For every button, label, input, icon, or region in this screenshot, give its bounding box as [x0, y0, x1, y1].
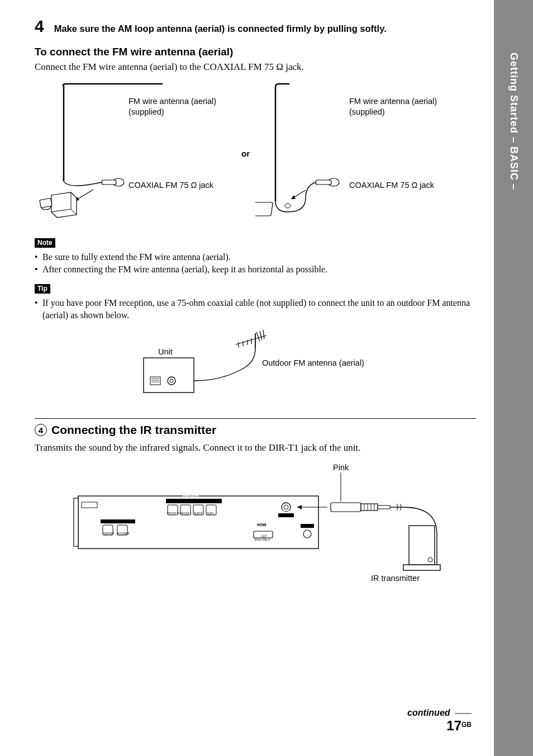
- svg-rect-3: [40, 198, 52, 207]
- step-number: 4: [35, 17, 44, 36]
- fm-right-jack-label: COAXIAL FM 75 Ω jack: [349, 180, 434, 191]
- unit-label: Unit: [158, 347, 173, 357]
- svg-rect-29: [101, 519, 135, 523]
- side-tab-label: Getting Started – BASIC –: [508, 53, 520, 190]
- svg-rect-5: [316, 180, 331, 185]
- step-4: 4 Make sure the AM loop antenna (aerial)…: [35, 17, 476, 36]
- outdoor-figure: Unit Outdoor FM antenna (aerial): [138, 329, 373, 401]
- page-region: GB: [461, 721, 472, 729]
- note-list: Be sure to fully extend the FM wire ante…: [35, 251, 476, 275]
- rear-center: CENTER: [103, 532, 115, 536]
- ir-heading: 4 Connecting the IR transmitter: [35, 423, 476, 437]
- svg-rect-47: [403, 565, 440, 570]
- rear-front-r: FRONT R: [167, 512, 179, 516]
- page-number: 17: [446, 718, 461, 733]
- tip-item: If you have poor FM reception, use a 75-…: [35, 297, 476, 321]
- svg-rect-1: [102, 180, 116, 185]
- section-number: 4: [35, 424, 47, 436]
- svg-rect-34: [278, 513, 294, 517]
- rear-speaker-bot: SPEAKER: [108, 516, 122, 520]
- svg-rect-9: [150, 377, 160, 385]
- fm-left-jack-label: COAXIAL FM 75 Ω jack: [129, 180, 213, 191]
- svg-point-7: [285, 204, 291, 208]
- side-tab: Getting Started – BASIC –: [494, 0, 533, 756]
- fm-figure-right: FM wire antenna (aerial) (supplied) COAX…: [255, 81, 456, 226]
- svg-rect-36: [301, 524, 314, 528]
- svg-rect-6: [255, 202, 273, 216]
- svg-rect-45: [378, 505, 390, 509]
- ir-transmitter-label: IR transmitter: [371, 573, 420, 584]
- continued-label: continued: [407, 708, 450, 717]
- note-item: After connecting the FM wire antenna (ae…: [35, 263, 476, 276]
- section-divider: [35, 418, 476, 419]
- fm-figure-left: FM wire antenna (aerial) (supplied) COAX…: [35, 81, 236, 226]
- rear-sur-l: SUR L: [207, 512, 215, 516]
- rear-woofer: WOOFER: [117, 532, 130, 536]
- outdoor-label: Outdoor FM antenna (aerial): [262, 358, 364, 368]
- step-text: Make sure the AM loop antenna (aerial) i…: [54, 20, 387, 34]
- page-footer: continued 17GB: [407, 708, 472, 734]
- rear-front-l: FRONT L: [180, 512, 192, 516]
- tip-list: If you have poor FM reception, use a 75-…: [35, 297, 476, 321]
- svg-rect-40: [361, 504, 378, 511]
- rear-sur-r: SUR R: [194, 512, 203, 516]
- fm-right-antenna-label: FM wire antenna (aerial) (supplied): [349, 96, 456, 117]
- svg-point-37: [303, 530, 311, 538]
- svg-point-48: [428, 557, 432, 562]
- svg-rect-22: [74, 498, 78, 546]
- rear-dirt1: DIR-T1: [280, 510, 289, 514]
- rear-dvd: (DVD ONLY): [254, 538, 270, 542]
- pink-label: Pink: [333, 462, 349, 473]
- note-item: Be sure to fully extend the FM wire ante…: [35, 251, 476, 263]
- rear-speaker-top: SPEAKER: [183, 495, 199, 499]
- svg-rect-24: [166, 499, 222, 503]
- footer-line-icon: [455, 713, 472, 714]
- ir-figure-svg: [35, 461, 459, 590]
- tip-badge: Tip: [35, 284, 50, 294]
- fm-intro: Connect the FM wire antenna (aerial) to …: [35, 62, 476, 73]
- page-content: 4 Make sure the AM loop antenna (aerial)…: [35, 17, 476, 590]
- fm-heading: To connect the FM wire antenna (aerial): [35, 46, 476, 58]
- svg-point-13: [168, 377, 175, 385]
- rear-hdmi: HDMI: [257, 523, 266, 527]
- ir-heading-text: Connecting the IR transmitter: [51, 423, 216, 437]
- ir-intro: Transmits the sound by the infrared sign…: [35, 442, 476, 453]
- note-badge: Note: [35, 238, 55, 248]
- svg-rect-39: [331, 503, 361, 512]
- ir-figure: SPEAKER FRONT R FRONT L SUR R SUR L SPEA…: [35, 461, 459, 590]
- fm-left-antenna-label: FM wire antenna (aerial) (supplied): [129, 96, 236, 117]
- svg-rect-8: [144, 358, 194, 393]
- or-label: or: [241, 149, 250, 158]
- fm-figure-row: FM wire antenna (aerial) (supplied) COAX…: [35, 81, 476, 226]
- rear-digital: DIGITAL: [302, 521, 313, 525]
